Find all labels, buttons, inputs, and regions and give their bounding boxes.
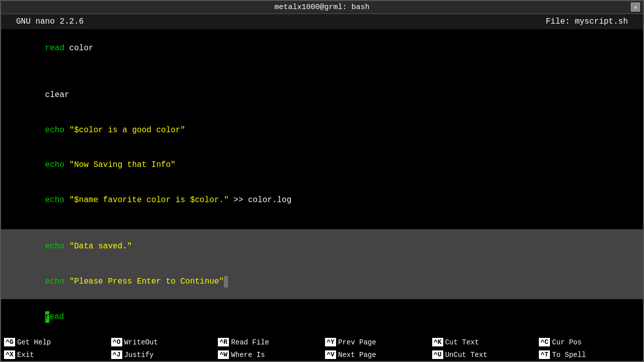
label-exit: Exit [17,351,34,359]
shortcut-exit[interactable]: ^X Exit [1,348,108,361]
shortcut-justify[interactable]: ^J Justify [108,348,215,361]
label-get-help: Get Help [17,338,51,346]
shortcut-uncut-text[interactable]: ^U UnCut Text [429,348,536,361]
shortcut-bar: ^G Get Help ^O WriteOut ^R Read File ^Y … [1,336,643,361]
line-echo-2: echo "Now Saving that Info" [16,148,628,183]
title-bar: metalx1000@grml: bash ✕ [1,1,643,14]
shortcut-to-spell[interactable]: ^T To Spell [536,348,643,361]
kw-echo-1: echo [45,126,64,135]
close-icon: ✕ [634,4,637,11]
line-echo-1: echo "$color is a good color" [16,113,628,148]
key-cj: ^J [111,350,122,359]
shortcut-cut-text[interactable]: ^K Cut Text [429,336,536,348]
key-cx: ^X [4,350,15,359]
terminal-window: metalx1000@grml: bash ✕ GNU nano 2.2.6 F… [0,0,644,362]
line-empty-2 [16,218,628,229]
kw-read-2: read [45,312,64,321]
key-cy: ^Y [325,338,336,346]
label-to-spell: To Spell [552,351,586,359]
kw-echo-3: echo [45,196,64,205]
label-uncut-text: UnCut Text [445,351,488,359]
shortcut-writeout[interactable]: ^O WriteOut [108,336,215,348]
shortcut-cur-pos[interactable]: ^C Cur Pos [536,336,643,348]
label-next-page: Next Page [338,351,376,359]
kw-read: read [45,44,64,53]
editor-area[interactable]: read color clear echo "$color is a good … [1,29,643,336]
shortcut-next-page[interactable]: ^V Next Page [322,348,429,361]
line-echo-3: echo "$name favorite color is $color." >… [16,183,628,218]
key-cw: ^W [218,350,229,359]
shortcut-where-is[interactable]: ^W Where Is [215,348,322,361]
line-read-color: read color [16,31,628,66]
label-writeout: WriteOut [124,338,158,346]
shortcut-read-file[interactable]: ^R Read File [215,336,322,348]
shortcut-row-2: ^X Exit ^J Justify ^W Where Is ^V Next P… [1,348,643,361]
key-ct: ^T [539,350,550,359]
label-prev-page: Prev Page [338,338,376,346]
shortcut-get-help[interactable]: ^G Get Help [1,336,108,348]
kw-echo-4: echo [45,242,64,251]
key-co: ^O [111,338,122,346]
line-read-only: read [16,299,628,334]
kw-clear-1: clear [45,90,69,100]
label-where-is: Where Is [231,351,265,359]
nano-version: GNU nano 2.2.6 [16,17,84,26]
label-cur-pos: Cur Pos [552,338,582,346]
line-empty-1 [16,66,628,78]
key-cg: ^G [4,338,15,346]
label-justify: Justify [124,351,154,359]
key-cc: ^C [539,338,550,346]
line-echo-data-saved: echo "Data saved." [1,229,643,264]
label-cut-text: Cut Text [445,338,479,346]
line-echo-please: echo "Please Press Enter to Continue" [1,264,643,300]
close-button[interactable]: ✕ [631,3,640,12]
key-cr: ^R [218,338,229,346]
key-cu: ^U [432,350,443,359]
kw-echo-2: echo [45,160,64,169]
kw-echo-5: echo [45,277,64,286]
window-title: metalx1000@grml: bash [274,3,369,12]
file-name: File: myscript.sh [546,17,628,26]
key-cv: ^V [325,350,336,359]
label-read-file: Read File [231,338,269,346]
shortcut-row-1: ^G Get Help ^O WriteOut ^R Read File ^Y … [1,336,643,348]
nano-header: GNU nano 2.2.6 File: myscript.sh [1,14,643,29]
key-ck: ^K [432,338,443,346]
line-clear-1: clear [16,78,628,113]
shortcut-prev-page[interactable]: ^Y Prev Page [322,336,429,348]
